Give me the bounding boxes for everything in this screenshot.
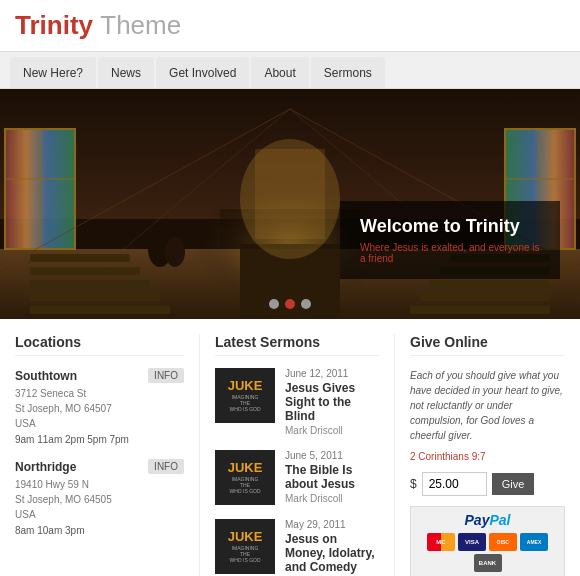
give-verse: 2 Corinthians 9:7 (410, 451, 565, 462)
give-online-section: Give Online Each of you should give what… (410, 334, 565, 576)
sermon-thumb-sub-3: IMAGININGTHEWHO IS GOD (229, 545, 260, 563)
sermon-thumb-big-1: JUKE (228, 379, 263, 392)
sermon-info-1: June 12, 2011 Jesus Gives Sight to the B… (285, 368, 379, 436)
svg-rect-17 (30, 267, 140, 275)
title-trinity: Trinity (15, 10, 93, 40)
nav-news[interactable]: News (98, 57, 154, 88)
main-content: Locations Southtown INFO 3712 Seneca St … (0, 319, 580, 576)
svg-rect-24 (420, 293, 550, 301)
sermon-title-1[interactable]: Jesus Gives Sight to the Blind (285, 381, 379, 423)
location-addr-southtown: 3712 Seneca St St Joseph, MO 64507 USA (15, 386, 184, 431)
paypal-logo: PayPal (416, 512, 559, 528)
currency-symbol: $ (410, 477, 417, 491)
locations-title: Locations (15, 334, 184, 356)
locations-section: Locations Southtown INFO 3712 Seneca St … (15, 334, 200, 576)
location-name-northridge: Northridge (15, 460, 76, 474)
svg-rect-20 (30, 306, 170, 314)
sermon-speaker-2: Mark Driscoll (285, 493, 379, 504)
svg-point-31 (165, 237, 185, 267)
discover-icon: DISC (489, 533, 517, 551)
sermon-thumb-big-2: JUKE (228, 461, 263, 474)
svg-rect-16 (30, 254, 130, 262)
hero-tagline: Where Jesus is exalted, and everyone is … (360, 242, 540, 264)
nav-bar: New Here? News Get Involved About Sermon… (0, 52, 580, 89)
card-icons: MC VISA DISC AMEX BANK (416, 533, 559, 572)
sermon-date-2: June 5, 2011 (285, 450, 379, 461)
sermon-title-3[interactable]: Jesus on Money, Idolatry, and Comedy (285, 532, 379, 574)
svg-rect-29 (255, 149, 325, 239)
title-theme: Theme (100, 10, 181, 40)
svg-rect-23 (430, 280, 550, 288)
amex-icon: AMEX (520, 533, 548, 551)
sermon-title-2[interactable]: The Bible Is about Jesus (285, 463, 379, 491)
svg-rect-19 (30, 293, 160, 301)
sermon-date-1: June 12, 2011 (285, 368, 379, 379)
nav-sermons[interactable]: Sermons (311, 57, 385, 88)
hero-dot-2[interactable] (285, 299, 295, 309)
header: Trinity Theme (0, 0, 580, 52)
nav-about[interactable]: About (251, 57, 308, 88)
hero-title: Welcome to Trinity (360, 216, 540, 237)
hero-banner: Welcome to Trinity Where Jesus is exalte… (0, 89, 580, 319)
sermon-info-3: May 29, 2011 Jesus on Money, Idolatry, a… (285, 519, 379, 576)
give-title: Give Online (410, 334, 565, 356)
sermon-speaker-1: Mark Driscoll (285, 425, 379, 436)
visa-icon: VISA (458, 533, 486, 551)
location-southtown: Southtown INFO 3712 Seneca St St Joseph,… (15, 368, 184, 445)
sermon-thumb-sub-2: IMAGININGTHEWHO IS GOD (229, 476, 260, 494)
sermon-item-1: JUKE IMAGININGTHEWHO IS GOD June 12, 201… (215, 368, 379, 436)
location-northridge: Northridge INFO 19410 Hwy 59 N St Joseph… (15, 459, 184, 536)
sermon-info-2: June 5, 2011 The Bible Is about Jesus Ma… (285, 450, 379, 504)
mastercard-icon: MC (427, 533, 455, 551)
sermon-thumb-3[interactable]: JUKE IMAGININGTHEWHO IS GOD (215, 519, 275, 574)
nav-new-here[interactable]: New Here? (10, 57, 96, 88)
nav-get-involved[interactable]: Get Involved (156, 57, 249, 88)
svg-rect-25 (410, 306, 550, 314)
sermon-thumb-1[interactable]: JUKE IMAGININGTHEWHO IS GOD (215, 368, 275, 423)
site-title: Trinity Theme (15, 10, 565, 41)
hero-dot-1[interactable] (269, 299, 279, 309)
location-info-btn-northridge[interactable]: INFO (148, 459, 184, 474)
location-addr-northridge: 19410 Hwy 59 N St Joseph, MO 64505 USA (15, 477, 184, 522)
location-name-southtown: Southtown (15, 369, 77, 383)
sermon-thumb-2[interactable]: JUKE IMAGININGTHEWHO IS GOD (215, 450, 275, 505)
sermon-thumb-sub-1: IMAGININGTHEWHO IS GOD (229, 394, 260, 412)
sermon-date-3: May 29, 2011 (285, 519, 379, 530)
paypal-box: PayPal MC VISA DISC AMEX BANK (410, 506, 565, 576)
bank-icon: BANK (474, 554, 502, 572)
give-amount-input[interactable] (422, 472, 487, 496)
location-times-southtown: 9am 11am 2pm 5pm 7pm (15, 434, 184, 445)
location-times-northridge: 8am 10am 3pm (15, 525, 184, 536)
give-button[interactable]: Give (492, 473, 535, 495)
sermon-item-2: JUKE IMAGININGTHEWHO IS GOD June 5, 2011… (215, 450, 379, 505)
sermon-item-3: JUKE IMAGININGTHEWHO IS GOD May 29, 2011… (215, 519, 379, 576)
give-input-row: $ Give (410, 472, 565, 496)
hero-overlay: Welcome to Trinity Where Jesus is exalte… (340, 201, 560, 279)
give-description: Each of you should give what you have de… (410, 368, 565, 443)
svg-rect-18 (30, 280, 150, 288)
sermon-thumb-big-3: JUKE (228, 530, 263, 543)
sermons-title: Latest Sermons (215, 334, 379, 356)
sermons-section: Latest Sermons JUKE IMAGININGTHEWHO IS G… (215, 334, 395, 576)
hero-pagination (269, 299, 311, 309)
hero-dot-3[interactable] (301, 299, 311, 309)
location-info-btn-southtown[interactable]: INFO (148, 368, 184, 383)
